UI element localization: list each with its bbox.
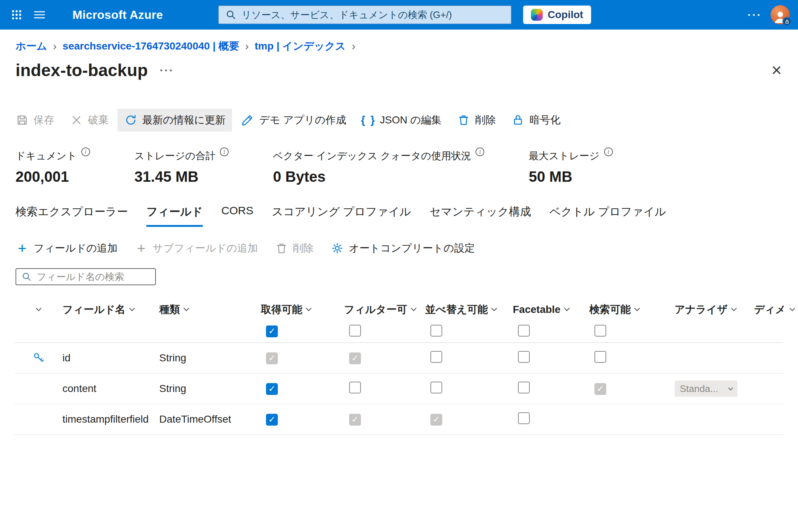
fieldbar-gear[interactable]: オートコンプリートの設定 (331, 241, 475, 255)
sort-chevron-icon (184, 306, 190, 311)
key-icon (33, 352, 45, 364)
column-header-analyzer[interactable]: アナライザ (675, 303, 754, 317)
facetable-cell (513, 412, 589, 427)
lock-badge-icon (782, 17, 791, 26)
retrievable-checkbox[interactable] (266, 383, 278, 395)
save-icon (16, 113, 29, 127)
sortable-checkbox (430, 414, 442, 426)
stat-value: 50 MB (529, 168, 613, 185)
expand-all-button[interactable] (15, 309, 62, 310)
command-demo-app[interactable]: デモ アプリの作成 (234, 109, 353, 132)
global-search-input[interactable] (242, 9, 504, 21)
column-label: 種類 (159, 303, 180, 317)
search-icon (21, 272, 32, 282)
field-row: contentStringStanda... (15, 374, 783, 404)
fieldbar-add[interactable]: +フィールドの追加 (16, 241, 117, 255)
command-refresh[interactable]: 最新の情報に更新 (117, 109, 232, 132)
sortable-checkbox[interactable] (430, 382, 442, 393)
more-options-icon[interactable] (742, 0, 765, 30)
retrievable-checkbox[interactable] (266, 414, 278, 426)
select-all-retrievable-checkbox[interactable] (266, 325, 278, 337)
breadcrumb-item[interactable]: tmp | インデックス (255, 39, 346, 53)
field-name: content (62, 383, 159, 395)
column-header-searchable[interactable]: 検索可能 (589, 303, 675, 317)
select-all-facetable-checkbox[interactable] (518, 325, 530, 337)
tab-item[interactable]: スコアリング プロファイル (272, 204, 411, 227)
info-icon[interactable]: i (81, 147, 90, 156)
command-label: 削除 (475, 113, 496, 127)
stat-value: 31.45 MB (134, 168, 229, 185)
column-header-dimensions[interactable]: ディメ (754, 303, 794, 317)
command-json[interactable]: { }JSON の編集 (355, 109, 448, 132)
command-label: 保存 (34, 113, 54, 127)
tab-item[interactable]: 検索エクスプローラー (16, 204, 128, 227)
facetable-checkbox[interactable] (518, 382, 530, 393)
hamburger-menu-button[interactable] (28, 0, 51, 30)
column-header-name[interactable]: フィールド名 (62, 303, 159, 317)
filterable-cell (344, 382, 425, 396)
table-body: idStringcontentStringStanda...timestampf… (15, 343, 783, 435)
searchable-checkbox[interactable] (594, 351, 606, 363)
global-search-box[interactable] (218, 5, 512, 24)
copilot-button[interactable]: Copilot (523, 6, 591, 24)
retrievable-cell (261, 413, 344, 426)
tab-item[interactable]: ベクトル プロファイル (549, 204, 666, 227)
command-discard: 破棄 (63, 109, 115, 132)
command-save: 保存 (9, 109, 61, 132)
table-bulk-checkbox-row (15, 320, 783, 343)
info-icon[interactable]: i (604, 147, 613, 156)
analyzer-dropdown[interactable]: Standa... (675, 381, 737, 397)
command-encryption[interactable]: 暗号化 (505, 109, 567, 132)
info-icon[interactable]: i (475, 147, 484, 156)
add-icon: + (16, 242, 29, 255)
breadcrumb-separator-icon: › (245, 40, 249, 52)
product-title: Microsoft Azure (72, 8, 163, 22)
fieldbar-delete: 削除 (275, 241, 314, 255)
copilot-label: Copilot (548, 9, 583, 21)
title-more-icon[interactable] (159, 69, 173, 71)
select-all-filterable-checkbox[interactable] (349, 325, 361, 337)
searchable-cell (589, 351, 675, 365)
sort-chevron-icon (564, 306, 570, 311)
column-header-filterable[interactable]: フィルター可 (344, 303, 425, 317)
delete-icon (275, 242, 288, 255)
json-icon: { } (362, 113, 375, 127)
select-all-searchable-checkbox[interactable] (594, 325, 606, 337)
close-icon[interactable]: × (771, 61, 782, 79)
column-header-type[interactable]: 種類 (159, 303, 261, 317)
search-icon (225, 9, 236, 20)
info-icon[interactable]: i (220, 147, 229, 156)
account-avatar[interactable] (771, 5, 790, 24)
breadcrumb-item[interactable]: ホーム (16, 39, 47, 53)
sortable-checkbox[interactable] (430, 351, 442, 363)
tab-item[interactable]: フィールド (146, 204, 203, 227)
field-search-box[interactable] (16, 268, 156, 285)
command-delete[interactable]: 削除 (450, 109, 502, 132)
column-header-retrievable[interactable]: 取得可能 (261, 303, 344, 317)
filterable-cell (344, 352, 425, 364)
demo-app-icon (241, 113, 254, 127)
column-label: フィールド名 (62, 303, 126, 317)
column-header-facetable[interactable]: Facetable (513, 304, 589, 316)
breadcrumb-item[interactable]: searchservice-1764730240040 | 概要 (62, 39, 239, 53)
column-header-sortable[interactable]: 並べ替え可能 (425, 303, 513, 317)
field-name: id (62, 352, 159, 364)
facetable-checkbox[interactable] (518, 412, 530, 424)
select-all-sortable-checkbox[interactable] (430, 325, 442, 337)
field-name: timestampfilterfield (62, 413, 159, 425)
waffle-menu-button[interactable] (5, 0, 28, 30)
retrievable-cell (261, 382, 344, 395)
command-label: JSON の編集 (380, 113, 441, 127)
field-search-input[interactable] (37, 271, 150, 283)
tab-item[interactable]: CORS (221, 204, 253, 227)
filterable-checkbox (349, 414, 361, 426)
field-type: DateTimeOffset (159, 413, 261, 425)
breadcrumb-separator-icon: › (352, 40, 355, 52)
sort-chevron-icon (731, 306, 737, 311)
facetable-checkbox[interactable] (518, 351, 530, 363)
tab-item[interactable]: セマンティック構成 (430, 204, 531, 227)
filterable-checkbox[interactable] (349, 382, 361, 393)
sort-chevron-icon (129, 306, 135, 311)
stat-value: 200,001 (16, 168, 90, 185)
column-label: アナライザ (675, 303, 727, 317)
